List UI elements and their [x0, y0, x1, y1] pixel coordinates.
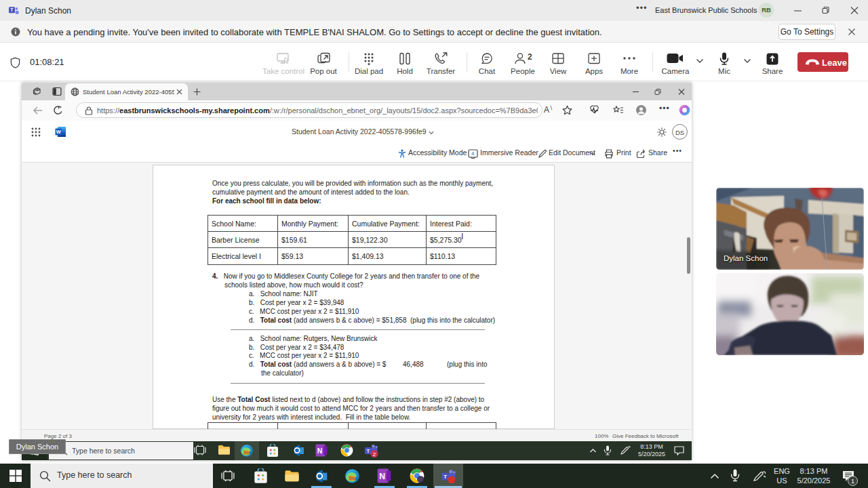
svg-text:N: N: [317, 447, 323, 455]
svg-text:T: T: [367, 449, 370, 453]
svg-text:2: 2: [373, 451, 376, 458]
svg-text:T: T: [443, 474, 447, 480]
svg-text:N: N: [379, 472, 385, 481]
svg-text:T: T: [10, 7, 14, 12]
